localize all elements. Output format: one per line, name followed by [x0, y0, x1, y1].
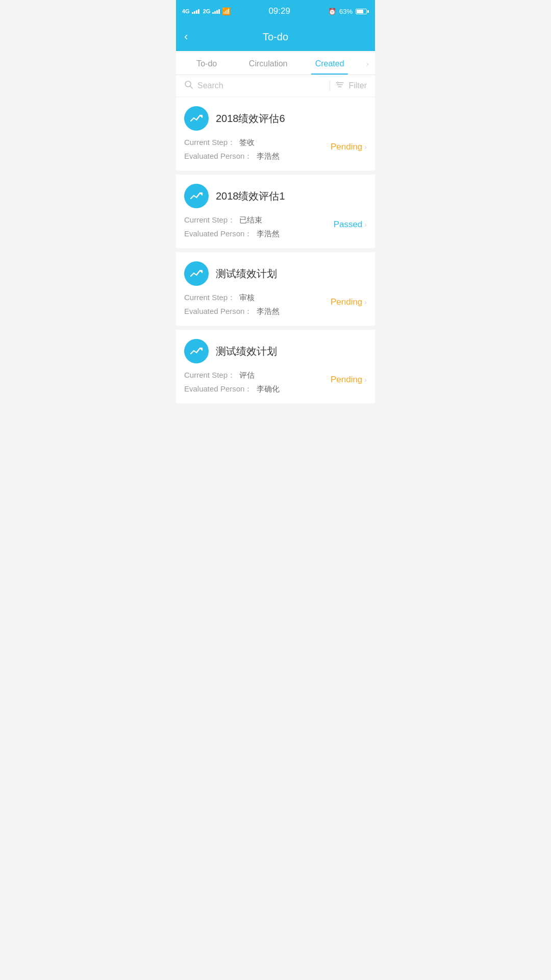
current-step-label: Current Step： — [184, 138, 235, 146]
status-time: 09:29 — [268, 6, 290, 16]
current-step-value: 评估 — [239, 371, 255, 379]
current-step-row: Current Step： 已结束 — [184, 215, 280, 225]
item-title: 测试绩效计划 — [216, 345, 277, 358]
battery-icon — [356, 9, 369, 14]
evaluated-person-row: Evaluated Person： 李浩然 — [184, 307, 280, 316]
status-label: Pending — [331, 375, 362, 385]
list-item-header: 2018绩效评估6 — [184, 106, 367, 131]
current-step-value: 签收 — [239, 138, 255, 146]
status-arrow-icon: › — [364, 298, 367, 306]
tab-todo[interactable]: To-do — [176, 51, 237, 75]
current-step-row: Current Step： 签收 — [184, 138, 280, 148]
evaluated-person-value: 李浩然 — [257, 152, 280, 160]
item-meta: Current Step： 审核 Evaluated Person： 李浩然 — [184, 293, 280, 316]
items-list: 2018绩效评估6 Current Step： 签收 Evaluated Per… — [176, 97, 375, 403]
item-details: Current Step： 审核 Evaluated Person： 李浩然 P… — [184, 293, 367, 316]
evaluated-person-row: Evaluated Person： 李确化 — [184, 384, 280, 394]
item-icon — [184, 261, 209, 286]
item-title: 2018绩效评估1 — [216, 189, 285, 203]
filter-button[interactable]: Filter — [335, 80, 367, 91]
filter-icon — [335, 80, 344, 91]
battery-percent: 63% — [339, 8, 353, 15]
filter-label: Filter — [348, 81, 367, 90]
current-step-value: 审核 — [239, 293, 255, 302]
evaluated-person-value: 李确化 — [257, 384, 280, 393]
evaluated-person-label: Evaluated Person： — [184, 152, 252, 160]
item-title: 测试绩效计划 — [216, 267, 277, 281]
signal-bars-2 — [212, 9, 220, 14]
item-details: Current Step： 评估 Evaluated Person： 李确化 P… — [184, 371, 367, 394]
list-item[interactable]: 2018绩效评估6 Current Step： 签收 Evaluated Per… — [176, 97, 375, 170]
current-step-label: Current Step： — [184, 293, 235, 302]
item-meta: Current Step： 签收 Evaluated Person： 李浩然 — [184, 138, 280, 161]
item-icon — [184, 339, 209, 363]
list-item[interactable]: 测试绩效计划 Current Step： 评估 Evaluated Person… — [176, 330, 375, 403]
signal-2g: 2G — [203, 8, 211, 14]
status-arrow-icon: › — [364, 143, 367, 151]
status-arrow-icon: › — [364, 220, 367, 229]
clock-icon: ⏰ — [328, 8, 336, 15]
list-item-header: 测试绩效计划 — [184, 261, 367, 286]
item-details: Current Step： 已结束 Evaluated Person： 李浩然 … — [184, 215, 367, 239]
item-title: 2018绩效评估6 — [216, 112, 285, 126]
tab-created[interactable]: Created — [299, 51, 360, 75]
tab-circulation[interactable]: Circulation — [237, 51, 298, 75]
evaluated-person-label: Evaluated Person： — [184, 229, 252, 238]
search-placeholder: Search — [197, 81, 223, 90]
evaluated-person-label: Evaluated Person： — [184, 307, 252, 315]
current-step-row: Current Step： 审核 — [184, 293, 280, 303]
status-bar: 4G 2G 📶 09:29 ⏰ 63% — [176, 0, 375, 22]
item-meta: Current Step： 评估 Evaluated Person： 李确化 — [184, 371, 280, 394]
search-section[interactable]: Search — [184, 80, 324, 91]
list-item[interactable]: 2018绩效评估1 Current Step： 已结束 Evaluated Pe… — [176, 175, 375, 248]
tab-bar: To-do Circulation Created › — [176, 51, 375, 75]
back-button[interactable]: ‹ — [184, 30, 188, 43]
signal-bars-1 — [192, 9, 199, 14]
list-item-header: 测试绩效计划 — [184, 339, 367, 363]
tab-arrow-icon: › — [360, 52, 375, 74]
page-title: To-do — [263, 31, 288, 43]
item-details: Current Step： 签收 Evaluated Person： 李浩然 P… — [184, 138, 367, 161]
list-item-header: 2018绩效评估1 — [184, 184, 367, 208]
evaluated-person-label: Evaluated Person： — [184, 384, 252, 393]
item-status[interactable]: Pending › — [331, 297, 367, 307]
item-status[interactable]: Pending › — [331, 142, 367, 152]
current-step-label: Current Step： — [184, 371, 235, 379]
evaluated-person-row: Evaluated Person： 李浩然 — [184, 229, 280, 239]
evaluated-person-value: 李浩然 — [257, 307, 280, 315]
search-divider — [330, 81, 330, 91]
item-icon — [184, 184, 209, 208]
status-label: Pending — [331, 142, 362, 152]
item-status[interactable]: Passed › — [334, 219, 367, 230]
status-label: Pending — [331, 297, 362, 307]
current-step-row: Current Step： 评估 — [184, 371, 280, 380]
search-bar: Search Filter — [176, 75, 375, 97]
status-bar-right: ⏰ 63% — [328, 8, 369, 15]
current-step-label: Current Step： — [184, 215, 235, 224]
item-meta: Current Step： 已结束 Evaluated Person： 李浩然 — [184, 215, 280, 239]
current-step-value: 已结束 — [239, 215, 262, 224]
status-arrow-icon: › — [364, 376, 367, 384]
item-icon — [184, 106, 209, 131]
status-bar-left: 4G 2G 📶 — [182, 7, 231, 15]
search-icon — [184, 80, 193, 91]
header: ‹ To-do — [176, 22, 375, 51]
status-label: Passed — [334, 219, 363, 230]
evaluated-person-row: Evaluated Person： 李浩然 — [184, 152, 280, 161]
wifi-icon: 📶 — [222, 7, 231, 15]
svg-line-1 — [190, 86, 193, 89]
item-status[interactable]: Pending › — [331, 375, 367, 385]
evaluated-person-value: 李浩然 — [257, 229, 280, 238]
list-item[interactable]: 测试绩效计划 Current Step： 审核 Evaluated Person… — [176, 252, 375, 326]
svg-point-5 — [337, 82, 339, 84]
signal-4g: 4G — [182, 8, 190, 14]
